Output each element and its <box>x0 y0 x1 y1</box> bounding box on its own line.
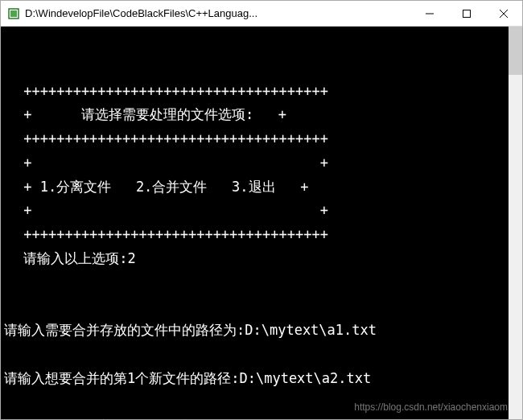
window-title: D:\WindevelopFile\CodeBlackFiles\C++Lang… <box>25 7 411 19</box>
vertical-scrollbar[interactable] <box>509 27 522 419</box>
window-controls <box>411 1 522 26</box>
watermark-text: https://blog.csdn.net/xiaochenxiaom <box>354 399 508 416</box>
svg-rect-1 <box>10 10 17 17</box>
console-text: +++++++++++++++++++++++++++++++++++++ + … <box>4 80 522 420</box>
prompt-merge-store-path: 请输入需要合并存放的文件中的路径为:D:\mytext\a1.txt <box>4 322 377 338</box>
maximize-button[interactable] <box>448 1 485 26</box>
menu-blank-row: + + <box>15 151 522 175</box>
prompt-merge-file1: 请输入想要合并的第1个新文件的路径:D:\mytext\a2.txt <box>4 370 371 386</box>
menu-border-bottom: +++++++++++++++++++++++++++++++++++++ <box>15 223 522 247</box>
titlebar[interactable]: D:\WindevelopFile\CodeBlackFiles\C++Lang… <box>1 1 522 27</box>
app-window: D:\WindevelopFile\CodeBlackFiles\C++Lang… <box>0 0 523 420</box>
menu-title: + 请选择需要处理的文件选项: + <box>15 103 522 127</box>
menu-border-mid: +++++++++++++++++++++++++++++++++++++ <box>15 127 522 151</box>
svg-rect-3 <box>463 10 471 17</box>
menu-options: + 1.分离文件 2.合并文件 3.退出 + <box>15 175 522 200</box>
scrollbar-thumb[interactable] <box>509 27 522 75</box>
prompt-continue-1: 是否继续进行合并(Y/按下任意键): Y <box>4 418 240 419</box>
menu-blank-row-2: + + <box>15 199 522 223</box>
prompt-choice: 请输入以上选项:2 <box>15 247 522 271</box>
app-icon <box>7 7 20 20</box>
menu-border-top: +++++++++++++++++++++++++++++++++++++ <box>15 80 522 104</box>
close-button[interactable] <box>485 1 522 26</box>
minimize-button[interactable] <box>411 1 448 26</box>
console-output[interactable]: +++++++++++++++++++++++++++++++++++++ + … <box>1 27 522 419</box>
